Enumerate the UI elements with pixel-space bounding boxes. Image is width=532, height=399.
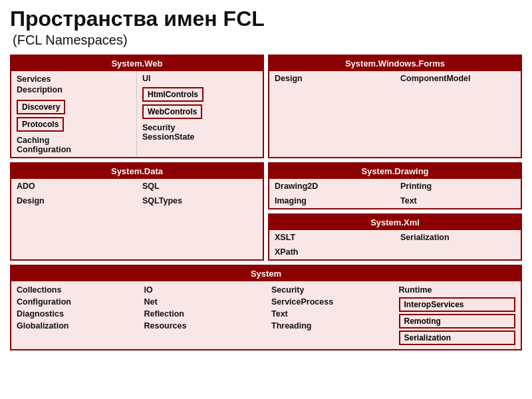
configuration-web: Configuration bbox=[17, 145, 131, 154]
system-col2: IO Net Reflection Resources bbox=[139, 281, 267, 349]
design-cell: Design bbox=[269, 71, 395, 154]
system-data-box: System.Data ADO SQL Design SQLTypes bbox=[10, 162, 264, 261]
ado-cell: ADO bbox=[11, 179, 137, 194]
system-drawing-header: System.Drawing bbox=[269, 164, 521, 179]
top-grid: System.Web ServicesDescription Discovery… bbox=[10, 55, 522, 158]
net: Net bbox=[144, 296, 261, 308]
caching: Caching bbox=[17, 136, 131, 145]
htmlcontrols-bordered: HtmlControls bbox=[142, 87, 203, 102]
system-windows-forms-box: System.Windows.Forms Design ComponentMod… bbox=[268, 55, 522, 158]
security-web: Security bbox=[142, 123, 257, 132]
xpath-cell: XPath bbox=[269, 245, 395, 259]
security-sys: Security bbox=[271, 284, 388, 296]
io: IO bbox=[144, 284, 261, 296]
system-content: Collections Configuration Diagnostics Gl… bbox=[11, 281, 521, 349]
imaging-cell: Imaging bbox=[269, 194, 395, 208]
ui-plain: UI bbox=[142, 74, 257, 83]
system-col3: Security ServiceProcess Text Threading bbox=[266, 281, 394, 349]
serviceprocess: ServiceProcess bbox=[271, 296, 388, 308]
web-col2: UI HtmlControls WebControls Security Ses… bbox=[137, 71, 263, 157]
system-xml-header: System.Xml bbox=[269, 215, 521, 230]
web-col1: ServicesDescription Discovery Protocols … bbox=[11, 71, 137, 157]
sql-cell: SQL bbox=[137, 179, 263, 194]
services-description: ServicesDescription bbox=[17, 74, 131, 96]
system-windows-forms-header: System.Windows.Forms bbox=[269, 56, 521, 71]
system-header: System bbox=[11, 266, 521, 281]
configuration-sys: Configuration bbox=[17, 296, 134, 308]
resources: Resources bbox=[144, 320, 261, 332]
interopservices-bordered: InteropServices bbox=[399, 297, 516, 312]
threading: Threading bbox=[271, 320, 388, 332]
page-subtitle: (FCL Namespaces) bbox=[13, 33, 522, 48]
system-xml-box: System.Xml XSLT Serialization XPath bbox=[268, 213, 522, 261]
system-drawing-box: System.Drawing Drawing2D Printing Imagin… bbox=[268, 162, 522, 209]
runtime-label: Runtime bbox=[399, 284, 516, 296]
right-mid-col: System.Drawing Drawing2D Printing Imagin… bbox=[268, 162, 522, 261]
discovery-bordered: Discovery bbox=[17, 100, 65, 114]
printing-cell: Printing bbox=[395, 179, 521, 194]
xml-empty-cell bbox=[395, 245, 521, 259]
system-col4: Runtime InteropServices Remoting Seriali… bbox=[394, 281, 521, 349]
sqltypes-cell: SQLTypes bbox=[137, 194, 263, 208]
system-data-header: System.Data bbox=[11, 164, 263, 179]
text-sys: Text bbox=[271, 308, 388, 320]
xslt-cell: XSLT bbox=[269, 230, 395, 245]
mid-grid: System.Data ADO SQL Design SQLTypes Syst… bbox=[10, 162, 522, 261]
drawing2d-cell: Drawing2D bbox=[269, 179, 395, 194]
text-cell: Text bbox=[395, 194, 521, 208]
design-data-cell: Design bbox=[11, 194, 137, 208]
collections: Collections bbox=[17, 284, 134, 296]
diagnostics: Diagnostics bbox=[17, 308, 134, 320]
webcontrols-bordered: WebControls bbox=[142, 104, 202, 119]
sessionstate: SessionState bbox=[142, 132, 257, 142]
system-col1: Collections Configuration Diagnostics Gl… bbox=[11, 281, 139, 349]
system-box: System Collections Configuration Diagnos… bbox=[10, 265, 522, 350]
system-web-box: System.Web ServicesDescription Discovery… bbox=[10, 55, 264, 158]
serialization-bordered: Serialization bbox=[399, 331, 516, 345]
globalization: Globalization bbox=[17, 320, 134, 332]
componentmodel-cell: ComponentModel bbox=[395, 71, 521, 154]
serialization-xml-cell: Serialization bbox=[395, 230, 521, 245]
system-web-header: System.Web bbox=[11, 56, 263, 71]
page-title: Пространства имен FCL bbox=[10, 7, 522, 31]
reflection: Reflection bbox=[144, 308, 261, 320]
remoting-bordered: Remoting bbox=[399, 314, 516, 329]
protocols-bordered: Protocols bbox=[17, 117, 64, 132]
